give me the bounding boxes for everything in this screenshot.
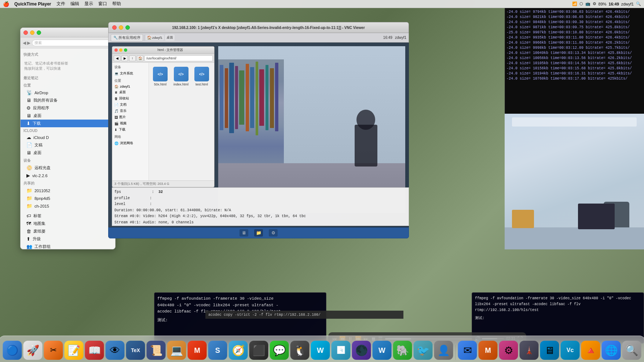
shared2-label: 8pnp4d5 xyxy=(34,196,50,201)
dock-search[interactable]: 🔍 xyxy=(622,341,641,360)
finder-item-shared2[interactable]: 📁 8pnp4d5 xyxy=(21,194,115,202)
dock-pcapp[interactable]: 💻 xyxy=(167,341,186,360)
dock-monodraw[interactable]: M xyxy=(479,341,498,360)
dock-vbox[interactable]: 🖥 xyxy=(540,341,559,360)
window-maximize[interactable] xyxy=(37,30,41,35)
dock-wordpress[interactable]: W xyxy=(373,341,392,360)
rfm-item-trash[interactable]: 🗑回收站 xyxy=(112,95,149,102)
nav-forward[interactable]: ▶ xyxy=(27,40,30,45)
status-battery: 89% xyxy=(599,2,607,6)
rfm-item-network[interactable]: 🌐浏览网络 xyxy=(112,140,149,146)
rfm-item-dl[interactable]: ⬇下载 xyxy=(112,127,149,133)
finder-item-all-devices[interactable]: 🖥 我的所有设备 xyxy=(21,96,115,104)
finder-item-icloud-drive[interactable]: ☁ iCloud D xyxy=(21,134,115,141)
dock-tex[interactable]: TeX xyxy=(126,341,145,360)
finder-item-tags[interactable]: 🏷 标签 xyxy=(21,212,115,220)
rfm-item-pics[interactable]: 🖼图片 xyxy=(112,114,149,120)
dock-evernote[interactable]: 🐘 xyxy=(393,341,412,360)
dock-launchpad[interactable]: 🚀 xyxy=(23,341,43,360)
rfm-item-fs[interactable]: 💻文件系统 xyxy=(112,70,149,77)
vnc-bb-settings[interactable]: ⚙ xyxy=(269,229,278,237)
dock-eclipse[interactable]: 🌑 xyxy=(352,341,371,360)
finder-item-downloads[interactable]: ⬇ 下载 xyxy=(21,120,115,127)
finder-item-shared3[interactable]: 📁 ch-2015 xyxy=(21,202,115,210)
dock-sublime[interactable]: S xyxy=(208,341,227,360)
devices-label: 我的所有设备 xyxy=(33,98,58,103)
vnc-toolbar-apps[interactable]: 🔧 所有应用程序 xyxy=(111,34,143,41)
menu-view[interactable]: 显示 xyxy=(84,1,93,7)
rfm-min[interactable] xyxy=(119,48,122,52)
rfm-item-home[interactable]: 🏠zdwyf1 xyxy=(112,84,149,89)
finder-item-workgroup[interactable]: 👥 工作群组 xyxy=(21,243,115,249)
vnc-toolbar-home[interactable]: 🏠 zdwyf1 xyxy=(146,35,164,40)
dock-vlc[interactable]: 🔺 xyxy=(581,341,600,360)
nav-back[interactable]: ◀ xyxy=(23,40,26,45)
window-minimize[interactable] xyxy=(30,30,34,35)
menu-help[interactable]: 帮助 xyxy=(112,1,121,7)
vnc-close[interactable] xyxy=(112,25,117,30)
dock-notes[interactable]: 📝 xyxy=(65,341,84,360)
rfm-file-test[interactable]: </> test.html xyxy=(193,66,210,87)
apple-menu[interactable]: 🍎 xyxy=(3,1,9,7)
dock-wechat[interactable]: 💬 xyxy=(270,341,289,360)
rfm-address[interactable]: /usr/local/nginx/html/ xyxy=(144,55,213,61)
finder-item-map[interactable]: 🗺 地图集 xyxy=(21,220,115,227)
dock-chrome[interactable]: 🌐 xyxy=(602,341,621,360)
rfm-item-music[interactable]: 🎵音乐 xyxy=(112,108,149,114)
apps-label: 应用程序 xyxy=(33,105,49,111)
finder-item-apps[interactable]: ⚙ 应用程序 xyxy=(21,104,115,112)
rfm-close[interactable] xyxy=(114,48,118,52)
dock-finder[interactable]: 🔵 xyxy=(3,341,22,360)
dock-bird[interactable]: 🐦 xyxy=(414,341,433,360)
stream-info: fps : 32 profile : level : Duration: 00:… xyxy=(112,187,409,226)
vnc-max[interactable] xyxy=(125,25,130,30)
rfm-item-docs[interactable]: 📄文档 xyxy=(112,102,149,108)
window-close[interactable] xyxy=(23,30,28,35)
finder-item-desktop[interactable]: 🖥 桌面 xyxy=(21,112,115,120)
active-app[interactable]: QuickTime Player xyxy=(14,1,51,7)
status-search[interactable]: 🔍 xyxy=(636,1,641,6)
rfm-nav-up[interactable]: ↑ xyxy=(129,55,136,61)
rfm-nav-fwd[interactable]: ▶ xyxy=(121,55,128,61)
dock-tower[interactable]: 🗼 xyxy=(520,341,539,360)
rfm-nav-home[interactable]: 🏠 xyxy=(137,55,143,61)
dock-matlab[interactable]: M xyxy=(188,341,207,360)
rfm-item-video[interactable]: 🎬视频 xyxy=(112,120,149,127)
dock-preview[interactable]: 👁 xyxy=(106,341,125,360)
dock-mail[interactable]: ✉ xyxy=(458,341,477,360)
vnc-min[interactable] xyxy=(119,25,123,30)
dock-vbox2[interactable]: Vc xyxy=(561,341,580,360)
dock-safari[interactable]: 🧭 xyxy=(229,341,248,360)
dock-contacts[interactable]: 👤 xyxy=(434,341,453,360)
dock-webstorm[interactable]: W xyxy=(311,341,330,360)
finder-item-vlc[interactable]: ▶ vlc-2.2.6 xyxy=(21,172,115,179)
dock-appstore[interactable]: 🅰 xyxy=(332,341,351,360)
menu-edit[interactable]: 编辑 xyxy=(70,1,79,7)
finder-item-shared1[interactable]: 📁 2011052 xyxy=(21,187,115,194)
finder-item-airdrop[interactable]: 📡 AirDrop xyxy=(21,89,115,96)
dock-scrivener[interactable]: 📜 xyxy=(147,341,166,360)
rfm-file-index[interactable]: </> index.html xyxy=(172,66,190,87)
rfm-max[interactable] xyxy=(124,48,127,52)
rfm-item-desktop[interactable]: 🖥桌面 xyxy=(112,89,149,95)
finder-item-trash[interactable]: 🗑 废纸篓 xyxy=(21,227,115,235)
status-wifi: 📶 xyxy=(572,1,577,6)
vnc-bb-folder[interactable]: 📁 xyxy=(254,229,263,237)
rfm-file-50x[interactable]: </> 50x.html xyxy=(152,66,169,87)
finder-item-upgrade[interactable]: ⬆ 升级 xyxy=(21,235,115,243)
vnc-bb-monitor[interactable]: 🖥 xyxy=(239,229,248,237)
menu-window[interactable]: 窗口 xyxy=(98,1,107,7)
rfm-title: html - 文件管理器 xyxy=(129,48,212,52)
finder-item-desktop2[interactable]: 🖥 桌面 xyxy=(21,149,115,157)
dock-intellij[interactable]: ⚙ xyxy=(499,341,518,360)
finder-item-optical[interactable]: 📀 远程光盘 xyxy=(21,164,115,172)
dock-penguin[interactable]: 🐧 xyxy=(290,341,310,360)
dock-inst[interactable]: ✂ xyxy=(44,341,63,360)
menu-file[interactable]: 文件 xyxy=(56,1,65,7)
rfm-nav-back[interactable]: ◀ xyxy=(114,55,120,61)
vnc-toolbar-desktop[interactable]: 桌面 xyxy=(165,34,175,41)
finder-item-docs[interactable]: 📄 文稿 xyxy=(21,141,115,149)
dock-terminal[interactable]: ⬛ xyxy=(249,341,268,360)
dock-dict[interactable]: 📖 xyxy=(85,341,104,360)
section-shared: 共享的 xyxy=(21,179,115,187)
